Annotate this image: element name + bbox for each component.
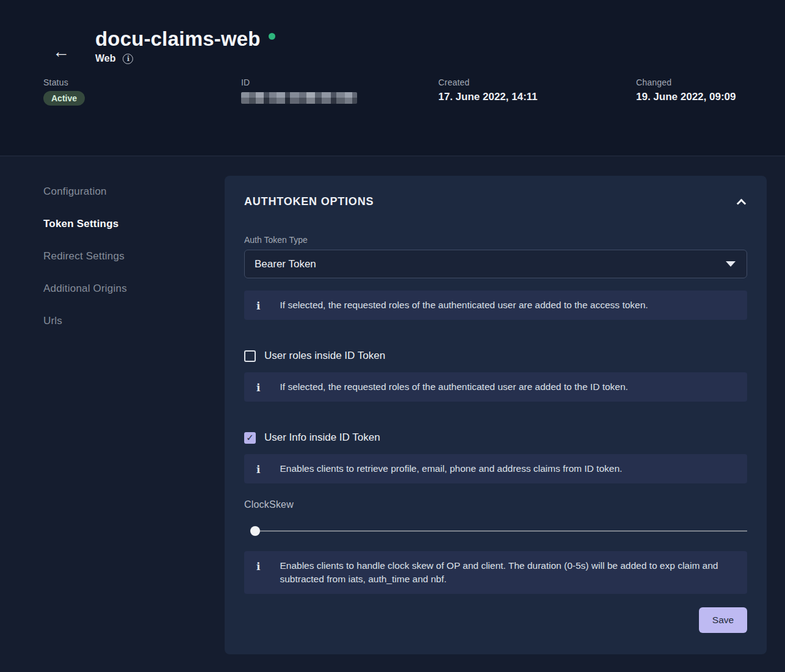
info-text-clockskew: Enables clients to handle clock skew of … bbox=[280, 559, 736, 586]
auth-token-type-select[interactable]: Bearer Token bbox=[244, 250, 747, 278]
info-box-clockskew: ℹ Enables clients to handle clock skew o… bbox=[244, 551, 747, 594]
save-button[interactable]: Save bbox=[699, 607, 747, 633]
status-badge: Active bbox=[43, 91, 85, 106]
user-roles-checkbox[interactable] bbox=[244, 350, 256, 362]
meta-status: Status Active bbox=[43, 78, 241, 106]
changed-label: Changed bbox=[636, 78, 785, 87]
info-text-user-info: Enables clients to retrieve profile, ema… bbox=[280, 462, 622, 475]
info-icon: ℹ bbox=[256, 300, 260, 312]
changed-value: 19. June 2022, 09:09 bbox=[636, 91, 785, 103]
sidebar-item-configuration[interactable]: Configuration bbox=[43, 186, 225, 198]
clockskew-slider[interactable] bbox=[250, 530, 747, 532]
panel-title: AUTHTOKEN OPTIONS bbox=[244, 195, 374, 208]
user-roles-checkbox-label: User roles inside ID Token bbox=[264, 350, 385, 362]
page-header: ← docu-claims-web Web i Status Active ID… bbox=[0, 0, 785, 156]
meta-row: Status Active ID Created 17. June 2022, … bbox=[43, 78, 785, 106]
back-button[interactable]: ← bbox=[50, 41, 72, 63]
created-value: 17. June 2022, 14:11 bbox=[438, 91, 636, 103]
chevron-up-icon[interactable] bbox=[737, 199, 747, 209]
clockskew-slider-thumb[interactable] bbox=[250, 526, 260, 536]
auth-token-type-value: Bearer Token bbox=[255, 258, 316, 270]
user-info-checkbox-row[interactable]: ✓ User Info inside ID Token bbox=[244, 432, 747, 444]
meta-id: ID bbox=[241, 78, 438, 106]
sidebar-item-redirect-settings[interactable]: Redirect Settings bbox=[43, 250, 225, 262]
back-arrow-icon: ← bbox=[52, 42, 70, 61]
caret-down-icon bbox=[726, 261, 736, 267]
sidebar-item-urls[interactable]: Urls bbox=[43, 315, 225, 327]
meta-created: Created 17. June 2022, 14:11 bbox=[438, 78, 636, 106]
info-box-access-token: ℹ If selected, the requested roles of th… bbox=[244, 291, 747, 320]
user-roles-checkbox-row[interactable]: User roles inside ID Token bbox=[244, 350, 747, 362]
user-info-checkbox-label: User Info inside ID Token bbox=[264, 432, 380, 444]
settings-sidebar: Configuration Token Settings Redirect Se… bbox=[0, 156, 225, 654]
info-box-user-info: ℹ Enables clients to retrieve profile, e… bbox=[244, 454, 747, 483]
clockskew-label: ClockSkew bbox=[244, 499, 747, 510]
status-label: Status bbox=[43, 78, 241, 87]
id-label: ID bbox=[241, 78, 438, 87]
created-label: Created bbox=[438, 78, 636, 87]
info-icon: ℹ bbox=[256, 463, 260, 475]
sidebar-item-additional-origins[interactable]: Additional Origins bbox=[43, 283, 225, 295]
id-value-redacted bbox=[241, 92, 357, 104]
meta-changed: Changed 19. June 2022, 09:09 bbox=[636, 78, 785, 106]
authtoken-options-panel: AUTHTOKEN OPTIONS Auth Token Type Bearer… bbox=[225, 176, 767, 654]
info-text-id-token: If selected, the requested roles of the … bbox=[280, 380, 628, 394]
user-info-checkbox[interactable]: ✓ bbox=[244, 432, 256, 444]
page-title: docu-claims-web bbox=[95, 27, 261, 51]
info-text-access-token: If selected, the requested roles of the … bbox=[280, 298, 648, 312]
info-icon: ℹ bbox=[256, 381, 260, 394]
client-type-label: Web bbox=[95, 53, 115, 64]
info-icon: ℹ bbox=[256, 560, 260, 573]
status-dot-icon bbox=[269, 33, 275, 40]
auth-token-type-label: Auth Token Type bbox=[244, 235, 747, 245]
sidebar-item-token-settings[interactable]: Token Settings bbox=[43, 218, 225, 230]
info-box-id-token: ℹ If selected, the requested roles of th… bbox=[244, 372, 747, 402]
info-circle-icon[interactable]: i bbox=[123, 54, 133, 64]
